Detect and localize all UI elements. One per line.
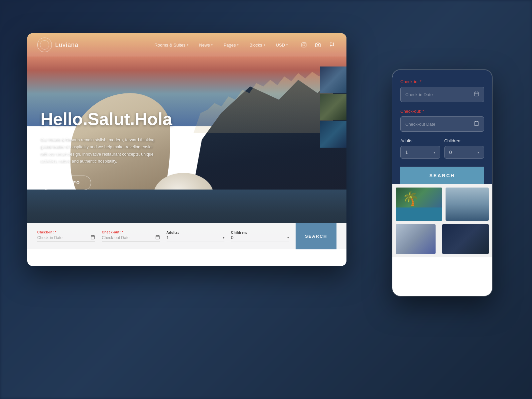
dot-4[interactable] <box>59 176 62 180</box>
mobile-children-value: 0 <box>449 150 452 155</box>
logo-area[interactable]: Luviana <box>37 38 78 52</box>
checkin-label: Check-in: * <box>37 230 95 234</box>
mobile-search-button[interactable]: SEARCH <box>400 167 484 184</box>
mobile-booking-form: Check-in: * Check-in Date Check-out: * <box>392 70 492 184</box>
logo-text: Luviana <box>55 42 78 49</box>
chevron-down-icon: ▾ <box>237 43 239 47</box>
flag-icon[interactable] <box>327 40 336 50</box>
chevron-down-icon: ▾ <box>211 43 213 47</box>
chevron-down-icon: ▾ <box>187 43 189 47</box>
checkin-input[interactable]: Check-in Date <box>37 235 95 242</box>
thumbnail-1[interactable] <box>320 66 346 93</box>
mobile-children-select[interactable]: 0 ▾ <box>444 146 484 159</box>
calendar-icon <box>474 121 479 127</box>
dot-2[interactable] <box>47 176 50 180</box>
chevron-down-icon: ▾ <box>434 151 435 154</box>
adults-select[interactable]: 1 ▾ <box>167 235 224 241</box>
svg-rect-9 <box>156 235 159 239</box>
checkout-label: Check-out: * <box>102 230 160 234</box>
logo-inner <box>40 40 49 50</box>
chevron-down-icon: ▾ <box>264 43 265 47</box>
hero-subtitle: Our Hotels & Resorts remain stylish, mod… <box>41 137 160 165</box>
calendar-icon <box>90 235 95 240</box>
dot-5[interactable] <box>65 176 68 180</box>
logo-circle <box>37 38 52 52</box>
nav-item-usd[interactable]: USD ▾ <box>271 41 293 50</box>
instagram-icon[interactable] <box>299 40 309 50</box>
mobile-image-1: 🌴 <box>396 188 442 221</box>
hero-section: Luviana Rooms & Suites ▾ News ▾ Pages ▾ … <box>27 33 346 249</box>
mobile-checkin-label: Check-in: * <box>400 79 484 84</box>
mobile-image-2 <box>446 188 489 221</box>
palm-decoration: 🌴 <box>402 191 419 206</box>
mobile-checkin-placeholder: Check-in Date <box>405 92 433 97</box>
mobile-checkout-placeholder: Check-out Date <box>405 122 435 127</box>
svg-rect-17 <box>474 122 478 126</box>
svg-rect-5 <box>91 235 95 239</box>
dot-1[interactable] <box>41 176 44 180</box>
mobile-children-label: Children: <box>444 138 484 143</box>
nav-social-icons <box>299 40 336 50</box>
laptop-frame: Luviana Rooms & Suites ▾ News ▾ Pages ▾ … <box>27 33 346 266</box>
chevron-down-icon: ▾ <box>223 236 224 239</box>
camera-icon[interactable] <box>313 40 323 50</box>
svg-point-3 <box>317 44 319 46</box>
checkin-placeholder: Check-in Date <box>37 235 88 240</box>
chevron-down-icon: ▾ <box>286 43 288 47</box>
children-select[interactable]: 0 ▾ <box>231 235 289 241</box>
mobile-frame: Check-in: * Check-in Date Check-out: * <box>392 70 492 296</box>
checkout-input[interactable]: Check-out Date <box>102 235 160 242</box>
mobile-checkout-input[interactable]: Check-out Date <box>400 116 484 132</box>
mobile-image-4 <box>442 224 489 254</box>
dot-3[interactable] <box>53 176 56 180</box>
thumbnail-strip <box>320 66 346 148</box>
children-label: Children: <box>231 231 289 234</box>
mobile-checkin-field: Check-in: * Check-in Date <box>400 79 484 102</box>
svg-point-1 <box>303 44 305 46</box>
svg-rect-13 <box>474 92 478 96</box>
pool-area <box>396 207 442 221</box>
mobile-checkout-label: Check-out: * <box>400 109 484 114</box>
children-field: Children: 0 ▾ <box>231 231 289 241</box>
nav-item-news[interactable]: News ▾ <box>195 41 218 50</box>
thumbnail-3[interactable] <box>320 121 346 148</box>
mobile-image-3 <box>396 224 436 254</box>
checkin-field: Check-in: * Check-in Date <box>37 230 95 242</box>
svg-rect-0 <box>302 43 306 47</box>
children-value: 0 <box>231 235 286 240</box>
adults-value: 1 <box>167 235 221 240</box>
calendar-icon <box>474 91 479 98</box>
mobile-adults-select[interactable]: 1 ▾ <box>400 146 440 159</box>
booking-bar: Check-in: * Check-in Date Check-out: <box>27 223 346 249</box>
mobile-bottom-images: 🌴 <box>392 184 492 257</box>
checkout-field: Check-out: * Check-out Date <box>102 230 160 242</box>
checkout-placeholder: Check-out Date <box>102 235 153 240</box>
svg-point-2 <box>305 43 306 44</box>
mobile-adults-label: Adults: <box>400 138 440 143</box>
slider-dots <box>41 176 68 180</box>
nav-links: Rooms & Suites ▾ News ▾ Pages ▾ Blocks ▾… <box>150 41 293 50</box>
adults-label: Adults: <box>167 231 224 234</box>
nav-item-pages[interactable]: Pages ▾ <box>219 41 243 50</box>
chevron-down-icon: ▾ <box>287 236 289 239</box>
navbar: Luviana Rooms & Suites ▾ News ▾ Pages ▾ … <box>27 33 346 57</box>
thumbnail-2[interactable] <box>320 94 346 120</box>
mobile-adults-col: Adults: 1 ▾ <box>400 138 440 159</box>
mobile-adults-value: 1 <box>405 150 408 155</box>
search-button[interactable]: SEARCH <box>296 223 336 249</box>
adults-field: Adults: 1 ▾ <box>167 231 224 241</box>
mobile-checkout-field: Check-out: * Check-out Date <box>400 109 484 132</box>
mobile-checkin-input[interactable]: Check-in Date <box>400 87 484 102</box>
chevron-down-icon: ▾ <box>477 151 479 154</box>
hero-title: Hello.Salut.Hola <box>41 110 172 129</box>
nav-item-blocks[interactable]: Blocks ▾ <box>245 41 270 50</box>
mobile-children-col: Children: 0 ▾ <box>444 138 484 159</box>
calendar-icon <box>155 235 160 240</box>
nav-item-rooms[interactable]: Rooms & Suites ▾ <box>150 41 193 50</box>
mobile-guests-row: Adults: 1 ▾ Children: 0 ▾ <box>400 138 484 159</box>
